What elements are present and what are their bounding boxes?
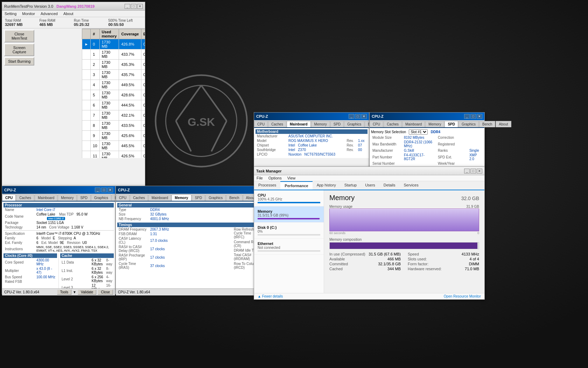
open-resource-monitor-link[interactable]: Open Resource Monitor — [444, 294, 481, 298]
cpuz3-tab-memory[interactable]: Memory — [311, 121, 330, 127]
cpuz1-tab-graphics[interactable]: Graphics — [91, 195, 111, 201]
row-id: 8 — [91, 121, 99, 131]
memory-details: In use (Compressed) 31.5 GB (67.6 MB) Sp… — [329, 252, 479, 271]
taskman-close[interactable]: ✕ — [477, 169, 482, 173]
start-burning-btn[interactable]: Start Burning — [4, 57, 34, 66]
cpuz1-tab-cpu[interactable]: CPU — [2, 195, 16, 201]
taskman-menu-options[interactable]: Options — [267, 176, 283, 180]
row-coverage: 433.5% — [119, 121, 141, 131]
cpuz3-close[interactable]: ✕ — [361, 114, 367, 119]
row-coverage: 426.8% — [119, 39, 141, 49]
table-row[interactable]: 7 1730 MB 432.1% 0 — [82, 110, 145, 121]
sidebar-memory[interactable]: Memory 31.5/31.9 GB (99%) — [254, 206, 324, 223]
cpuz1-tab-spd[interactable]: SPD — [77, 195, 91, 201]
cpuz1-tab-mainboard[interactable]: Mainboard — [35, 195, 57, 201]
table-row[interactable]: 4 1730 MB 449.5% 0 — [82, 80, 145, 90]
row-indicator — [82, 110, 91, 121]
cpuz2-tab-graphics[interactable]: Graphics — [205, 195, 226, 201]
cpuz4-tab-cpu[interactable]: CPU — [370, 121, 383, 127]
cpuz1-close[interactable]: ✕ — [107, 188, 113, 192]
cpuz4-minimize[interactable]: _ — [464, 114, 470, 119]
sidebar-disk[interactable]: Disk 0 (C:) 0% — [254, 223, 324, 239]
cpuz2-tab-memory[interactable]: Memory — [172, 195, 191, 201]
taskman-menu-view[interactable]: View — [286, 176, 297, 180]
cpuz4-tab-memory[interactable]: Memory — [425, 121, 444, 127]
cpuz3-content: Motherboard Manufacturer ASUSTeK COMPUTE… — [254, 128, 369, 158]
cpuz1-tools-btn[interactable]: Tools — [57, 289, 71, 295]
table-row[interactable]: 11 1730 MB 426.5% 0 — [82, 151, 145, 158]
cpuz4-tab-about[interactable]: About — [496, 121, 511, 127]
runmem-maximize-btn[interactable]: □ — [131, 4, 136, 9]
runmem-menu-setting[interactable]: Setting — [4, 11, 18, 16]
cpuz3-tab-graphics[interactable]: Graphics — [344, 121, 364, 127]
sidebar-cpu[interactable]: CPU 100% 4.25 GHz — [254, 190, 324, 206]
table-row[interactable]: 10 1730 MB 445.5% 0 — [82, 141, 145, 151]
cpuz3-maximize[interactable]: □ — [355, 114, 360, 119]
taskman-menu-file[interactable]: File — [255, 176, 264, 180]
table-row[interactable]: 9 1730 MB 425.6% 0 — [82, 131, 145, 141]
cpuz4-tab-mainboard[interactable]: Mainboard — [402, 121, 425, 127]
cpuz2-tab-caches[interactable]: Caches — [130, 195, 148, 201]
runmem-minimize-btn[interactable]: _ — [125, 4, 130, 9]
cpuz3-minimize[interactable]: _ — [349, 114, 354, 119]
committed-value: 32.1/35.8 GB — [378, 262, 401, 266]
runmem-close-btn[interactable]: ✕ — [137, 4, 143, 9]
hw-reserved-label: Hardware reserved: — [408, 267, 442, 271]
cpuz3-tab-cpu[interactable]: CPU — [254, 121, 268, 127]
row-indicator — [82, 121, 91, 131]
table-row[interactable]: 3 1730 MB 435.7% 0 — [82, 70, 145, 80]
tab-users[interactable]: Users — [361, 181, 379, 190]
runmem-menu-about[interactable]: About — [62, 11, 75, 16]
cpuz2-tab-cpu[interactable]: CPU — [116, 195, 130, 201]
runmem-menu-advanced[interactable]: Advanced — [40, 11, 59, 16]
speed-label: Speed — [408, 252, 419, 256]
row-errors: 0 — [141, 80, 145, 90]
sidebar-ethernet[interactable]: Ethernet Not connected — [254, 239, 324, 255]
cpuz3-tab-caches[interactable]: Caches — [268, 121, 286, 127]
cpuz2-tab-spd[interactable]: SPD — [192, 195, 205, 201]
table-row[interactable]: 8 1730 MB 433.5% 0 — [82, 121, 145, 131]
close-memtest-btn[interactable]: Close MemTest — [4, 30, 34, 42]
cpuz4-maximize[interactable]: □ — [470, 114, 476, 119]
table-row[interactable]: 5 1730 MB 428.6% 0 — [82, 90, 145, 100]
tab-performance[interactable]: Performance — [280, 181, 312, 190]
table-row[interactable]: 6 1730 MB 444.5% 0 — [82, 100, 145, 110]
cpuz4-tab-spd[interactable]: SPD — [444, 121, 458, 127]
row-coverage: 449.5% — [119, 80, 141, 90]
cpuz4-close[interactable]: ✕ — [477, 114, 482, 119]
cpuz2-tab-bench[interactable]: Bench — [226, 195, 242, 201]
table-row[interactable]: ► 0 1730 MB 426.8% 0 — [82, 39, 145, 49]
cpuz3-tab-mainboard[interactable]: Mainboard — [287, 121, 311, 127]
cpuz1-maximize[interactable]: □ — [101, 188, 107, 192]
sidebar-cpu-value: 100% 4.25 GHz — [258, 197, 320, 201]
row-indicator — [82, 90, 91, 100]
cpuz1-minimize[interactable]: _ — [95, 188, 100, 192]
row-errors: 0 — [141, 39, 145, 49]
mem-composition-label: Memory composition — [329, 238, 479, 241]
tab-services[interactable]: Services — [399, 181, 422, 190]
cpuz1-tab-memory[interactable]: Memory — [58, 195, 77, 201]
cpuz4-tab-graphics[interactable]: Graphics — [458, 121, 479, 127]
cpuz4-tab-caches[interactable]: Caches — [384, 121, 402, 127]
runmem-menu-monitor[interactable]: Monitor — [21, 11, 36, 16]
fewer-details-link[interactable]: ▲ Fewer details — [258, 294, 283, 298]
taskman-minimize[interactable]: _ — [464, 169, 470, 173]
taskman-maximize[interactable]: □ — [470, 169, 476, 173]
screen-capture-btn[interactable]: Screen Capture — [4, 43, 34, 56]
sidebar-ethernet-value: Not connected — [258, 246, 320, 250]
cpuz1-close-btn[interactable]: Close — [98, 289, 113, 295]
row-coverage: 428.6% — [119, 90, 141, 100]
table-row[interactable]: 1 1730 MB 433.7% 0 — [82, 49, 145, 60]
cpuz1-validate-btn[interactable]: Validate — [78, 289, 96, 295]
tab-startup[interactable]: Startup — [340, 181, 361, 190]
tab-app-history[interactable]: App history — [313, 181, 340, 190]
tab-details[interactable]: Details — [379, 181, 400, 190]
slot-select[interactable]: Slot #1 — [409, 129, 428, 135]
cpuz3-tab-spd[interactable]: SPD — [330, 121, 344, 127]
cpuz2-tab-mainboard[interactable]: Mainboard — [148, 195, 171, 201]
taskman-sidebar: CPU 100% 4.25 GHz Memory 31.5/31.9 GB (9… — [254, 190, 324, 293]
cpuz4-tab-bench[interactable]: Bench — [479, 121, 495, 127]
cpuz1-tab-caches[interactable]: Caches — [16, 195, 34, 201]
table-row[interactable]: 2 1730 MB 435.3% 0 — [82, 60, 145, 70]
tab-processes[interactable]: Processes — [254, 181, 280, 190]
